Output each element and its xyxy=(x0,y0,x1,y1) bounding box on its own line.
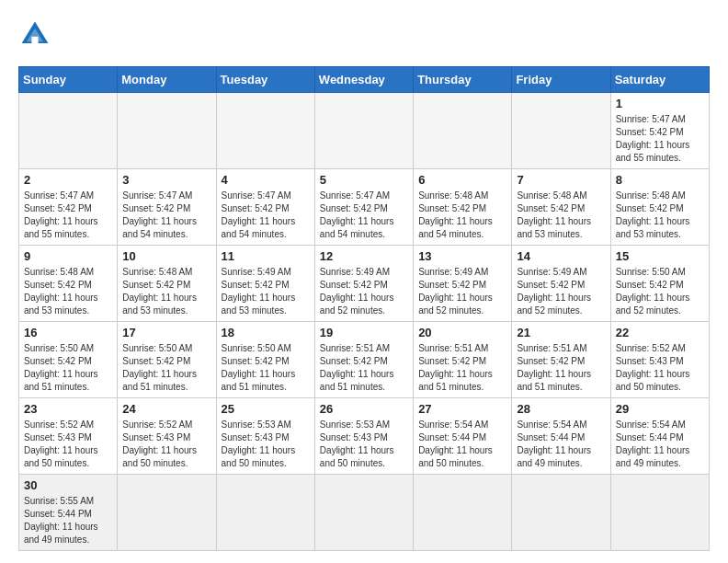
day-info: Sunrise: 5:54 AM Sunset: 5:44 PM Dayligh… xyxy=(616,419,704,470)
day-number: 22 xyxy=(616,326,704,339)
day-number: 29 xyxy=(616,402,704,416)
day-number: 12 xyxy=(320,249,408,263)
calendar-cell: 29Sunrise: 5:54 AM Sunset: 5:44 PM Dayli… xyxy=(610,398,709,475)
calendar-cell: 26Sunrise: 5:53 AM Sunset: 5:43 PM Dayli… xyxy=(314,398,413,475)
calendar-cell: 23Sunrise: 5:52 AM Sunset: 5:43 PM Dayli… xyxy=(19,398,118,475)
calendar-cell xyxy=(314,475,413,551)
calendar-row-4: 23Sunrise: 5:52 AM Sunset: 5:43 PM Dayli… xyxy=(19,398,710,475)
day-number: 16 xyxy=(24,326,112,339)
day-info: Sunrise: 5:49 AM Sunset: 5:42 PM Dayligh… xyxy=(320,266,408,317)
calendar-row-3: 16Sunrise: 5:50 AM Sunset: 5:42 PM Dayli… xyxy=(19,322,710,398)
weekday-header-sunday: Sunday xyxy=(19,67,118,93)
day-info: Sunrise: 5:54 AM Sunset: 5:44 PM Dayligh… xyxy=(418,419,506,470)
weekday-header-monday: Monday xyxy=(118,67,216,93)
calendar-cell: 19Sunrise: 5:51 AM Sunset: 5:42 PM Dayli… xyxy=(314,322,413,398)
calendar-cell: 27Sunrise: 5:54 AM Sunset: 5:44 PM Dayli… xyxy=(414,398,512,475)
calendar-table: SundayMondayTuesdayWednesdayThursdayFrid… xyxy=(18,66,710,551)
calendar-cell: 30Sunrise: 5:55 AM Sunset: 5:44 PM Dayli… xyxy=(19,475,118,551)
weekday-header-row: SundayMondayTuesdayWednesdayThursdayFrid… xyxy=(19,67,710,93)
day-info: Sunrise: 5:48 AM Sunset: 5:42 PM Dayligh… xyxy=(122,266,210,317)
calendar-row-2: 9Sunrise: 5:48 AM Sunset: 5:42 PM Daylig… xyxy=(19,246,710,322)
day-info: Sunrise: 5:47 AM Sunset: 5:42 PM Dayligh… xyxy=(616,113,704,165)
day-number: 26 xyxy=(320,402,408,416)
calendar-cell: 11Sunrise: 5:49 AM Sunset: 5:42 PM Dayli… xyxy=(216,246,314,322)
calendar-cell xyxy=(314,93,413,169)
day-info: Sunrise: 5:47 AM Sunset: 5:42 PM Dayligh… xyxy=(122,190,210,241)
calendar-cell: 24Sunrise: 5:52 AM Sunset: 5:43 PM Dayli… xyxy=(118,398,216,475)
calendar-cell: 12Sunrise: 5:49 AM Sunset: 5:42 PM Dayli… xyxy=(314,246,413,322)
day-info: Sunrise: 5:48 AM Sunset: 5:42 PM Dayligh… xyxy=(517,190,605,241)
day-info: Sunrise: 5:48 AM Sunset: 5:42 PM Dayligh… xyxy=(24,266,112,317)
calendar-cell: 1Sunrise: 5:47 AM Sunset: 5:42 PM Daylig… xyxy=(610,93,709,169)
calendar-row-0: 1Sunrise: 5:47 AM Sunset: 5:42 PM Daylig… xyxy=(19,93,710,169)
day-number: 28 xyxy=(517,402,605,416)
day-number: 13 xyxy=(418,249,506,263)
calendar-row-5: 30Sunrise: 5:55 AM Sunset: 5:44 PM Dayli… xyxy=(19,475,710,551)
day-info: Sunrise: 5:49 AM Sunset: 5:42 PM Dayligh… xyxy=(222,266,310,317)
calendar-cell xyxy=(414,93,512,169)
weekday-header-tuesday: Tuesday xyxy=(216,67,314,93)
calendar-cell: 4Sunrise: 5:47 AM Sunset: 5:42 PM Daylig… xyxy=(216,169,314,246)
day-number: 7 xyxy=(517,173,605,187)
calendar-cell xyxy=(118,93,216,169)
day-number: 11 xyxy=(222,249,310,263)
calendar-cell: 14Sunrise: 5:49 AM Sunset: 5:42 PM Dayli… xyxy=(512,246,610,322)
logo xyxy=(18,18,57,52)
calendar-cell: 15Sunrise: 5:50 AM Sunset: 5:42 PM Dayli… xyxy=(610,246,709,322)
day-info: Sunrise: 5:50 AM Sunset: 5:42 PM Dayligh… xyxy=(616,266,704,317)
day-info: Sunrise: 5:53 AM Sunset: 5:43 PM Dayligh… xyxy=(222,419,310,470)
calendar-cell: 18Sunrise: 5:50 AM Sunset: 5:42 PM Dayli… xyxy=(216,322,314,398)
day-number: 15 xyxy=(616,249,704,263)
day-info: Sunrise: 5:51 AM Sunset: 5:42 PM Dayligh… xyxy=(517,342,605,394)
day-info: Sunrise: 5:47 AM Sunset: 5:42 PM Dayligh… xyxy=(320,190,408,241)
calendar-cell: 20Sunrise: 5:51 AM Sunset: 5:42 PM Dayli… xyxy=(414,322,512,398)
day-info: Sunrise: 5:55 AM Sunset: 5:44 PM Dayligh… xyxy=(24,495,112,546)
calendar-cell xyxy=(216,93,314,169)
calendar-cell xyxy=(610,475,709,551)
day-info: Sunrise: 5:48 AM Sunset: 5:42 PM Dayligh… xyxy=(616,190,704,241)
calendar-cell: 21Sunrise: 5:51 AM Sunset: 5:42 PM Dayli… xyxy=(512,322,610,398)
day-info: Sunrise: 5:51 AM Sunset: 5:42 PM Dayligh… xyxy=(418,342,506,394)
weekday-header-saturday: Saturday xyxy=(610,67,709,93)
day-number: 27 xyxy=(418,402,506,416)
day-info: Sunrise: 5:52 AM Sunset: 5:43 PM Dayligh… xyxy=(24,419,112,470)
calendar-cell xyxy=(414,475,512,551)
calendar-cell: 13Sunrise: 5:49 AM Sunset: 5:42 PM Dayli… xyxy=(414,246,512,322)
day-number: 18 xyxy=(222,326,310,339)
day-number: 21 xyxy=(517,326,605,339)
day-number: 17 xyxy=(122,326,210,339)
calendar-cell xyxy=(216,475,314,551)
calendar-row-1: 2Sunrise: 5:47 AM Sunset: 5:42 PM Daylig… xyxy=(19,169,710,246)
calendar-cell: 8Sunrise: 5:48 AM Sunset: 5:42 PM Daylig… xyxy=(610,169,709,246)
day-number: 23 xyxy=(24,402,112,416)
calendar-cell: 3Sunrise: 5:47 AM Sunset: 5:42 PM Daylig… xyxy=(118,169,216,246)
day-info: Sunrise: 5:47 AM Sunset: 5:42 PM Dayligh… xyxy=(222,190,310,241)
logo-icon xyxy=(18,18,51,52)
weekday-header-thursday: Thursday xyxy=(414,67,512,93)
day-info: Sunrise: 5:52 AM Sunset: 5:43 PM Dayligh… xyxy=(122,419,210,470)
calendar-cell: 7Sunrise: 5:48 AM Sunset: 5:42 PM Daylig… xyxy=(512,169,610,246)
day-info: Sunrise: 5:48 AM Sunset: 5:42 PM Dayligh… xyxy=(418,190,506,241)
calendar-cell: 28Sunrise: 5:54 AM Sunset: 5:44 PM Dayli… xyxy=(512,398,610,475)
calendar-cell: 9Sunrise: 5:48 AM Sunset: 5:42 PM Daylig… xyxy=(19,246,118,322)
calendar-cell xyxy=(512,93,610,169)
day-number: 24 xyxy=(122,402,210,416)
calendar-cell xyxy=(118,475,216,551)
day-number: 25 xyxy=(222,402,310,416)
weekday-header-friday: Friday xyxy=(512,67,610,93)
day-number: 30 xyxy=(24,478,112,492)
day-info: Sunrise: 5:52 AM Sunset: 5:43 PM Dayligh… xyxy=(616,342,704,394)
day-number: 6 xyxy=(418,173,506,187)
calendar-cell: 2Sunrise: 5:47 AM Sunset: 5:42 PM Daylig… xyxy=(19,169,118,246)
day-info: Sunrise: 5:49 AM Sunset: 5:42 PM Dayligh… xyxy=(517,266,605,317)
day-number: 9 xyxy=(24,249,112,263)
day-info: Sunrise: 5:50 AM Sunset: 5:42 PM Dayligh… xyxy=(24,342,112,394)
day-info: Sunrise: 5:50 AM Sunset: 5:42 PM Dayligh… xyxy=(222,342,310,394)
day-info: Sunrise: 5:54 AM Sunset: 5:44 PM Dayligh… xyxy=(517,419,605,470)
day-info: Sunrise: 5:47 AM Sunset: 5:42 PM Dayligh… xyxy=(24,190,112,241)
calendar-cell: 16Sunrise: 5:50 AM Sunset: 5:42 PM Dayli… xyxy=(19,322,118,398)
day-number: 3 xyxy=(122,173,210,187)
calendar-cell: 25Sunrise: 5:53 AM Sunset: 5:43 PM Dayli… xyxy=(216,398,314,475)
day-number: 4 xyxy=(222,173,310,187)
calendar-cell: 22Sunrise: 5:52 AM Sunset: 5:43 PM Dayli… xyxy=(610,322,709,398)
